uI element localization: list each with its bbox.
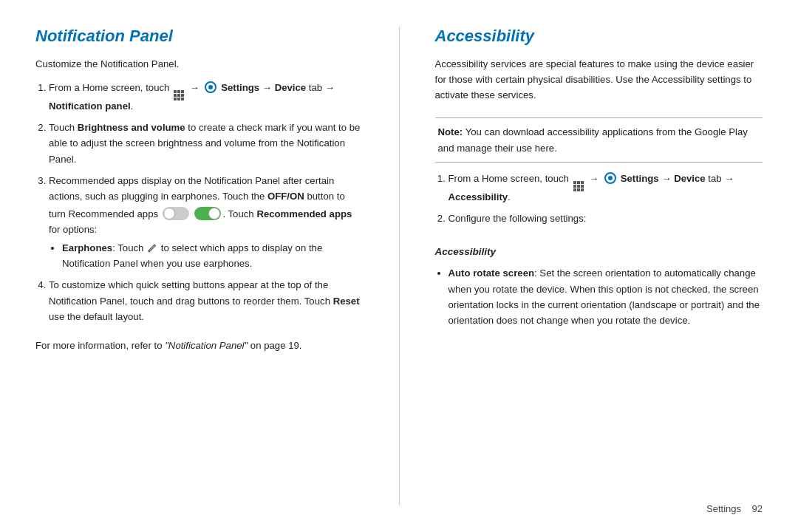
right-step-2: Configure the following settings: <box>449 211 763 226</box>
left-column: Notification Panel Customize the Notific… <box>35 27 364 505</box>
step3-bullets: Earphones: Touch to select which apps to… <box>49 240 364 271</box>
toggle-on-icon <box>194 207 221 220</box>
offon-text: OFF/ON <box>267 191 304 202</box>
note-label: Note: <box>438 126 463 137</box>
brightness-text: Brightness and volume <box>78 122 185 133</box>
right-step-1: From a Home screen, touch → Settings → D… <box>449 170 763 205</box>
grid-icon-1 <box>174 90 184 100</box>
right-steps: From a Home screen, touch → Settings → D… <box>435 170 763 232</box>
page-container: Notification Panel Customize the Notific… <box>0 0 798 532</box>
auto-rotate-text: Auto rotate screen <box>449 267 535 279</box>
column-divider <box>399 27 400 505</box>
earphones-bullet: Earphones: Touch to select which apps to… <box>62 240 364 271</box>
left-step-1: From a Home screen, touch → Settings → D… <box>49 79 364 114</box>
note-text: You can download accessibility applicati… <box>438 126 748 153</box>
pencil-icon <box>147 242 157 253</box>
settings-icon-1 <box>205 81 216 93</box>
left-intro: Customize the Notification Panel. <box>35 56 364 72</box>
toggle-off-icon <box>163 207 189 220</box>
footer-italic: "Notification Panel" <box>165 340 248 351</box>
right-title: Accessibility <box>435 27 763 46</box>
accessibility-bullets: Auto rotate screen: Set the screen orien… <box>435 265 763 331</box>
earphones-text: Earphones <box>62 242 112 253</box>
arrow-2: → <box>589 171 598 187</box>
rec-apps-text: Recommended apps <box>256 208 352 219</box>
right-column: Accessibility Accessibility services are… <box>435 27 763 505</box>
page-footer: Settings 92 <box>706 503 763 514</box>
right-intro: Accessibility services are special featu… <box>435 56 763 103</box>
reset-text: Reset <box>333 296 360 307</box>
note-box: Note: You can download accessibility app… <box>435 117 763 162</box>
left-title: Notification Panel <box>35 27 364 46</box>
accessibility-link: Accessibility <box>449 191 508 202</box>
left-footer: For more information, refer to "Notifica… <box>35 338 364 353</box>
accessibility-sub-heading: Accessibility <box>435 244 763 260</box>
arrow-1: → <box>190 81 200 96</box>
settings-icon-2 <box>604 172 616 184</box>
settings-text-1: Settings → Device <box>221 82 306 93</box>
left-step-4: To customize which quick setting buttons… <box>49 277 364 324</box>
left-step-3: Recommended apps display on the Notifica… <box>49 173 364 272</box>
right-settings-text: Settings → Device <box>621 173 706 184</box>
left-step-2: Touch Brightness and volume to create a … <box>49 120 364 166</box>
footer-settings-label: Settings <box>706 503 741 514</box>
grid-icon-2 <box>573 181 584 191</box>
footer-page-number: 92 <box>752 503 763 514</box>
notif-panel-text: Notification panel <box>49 100 131 112</box>
auto-rotate-bullet: Auto rotate screen: Set the screen orien… <box>449 265 763 328</box>
left-steps: From a Home screen, touch → Settings → D… <box>35 79 364 330</box>
